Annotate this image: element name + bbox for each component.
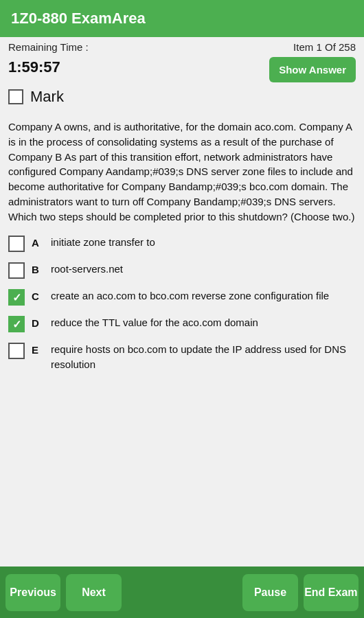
option-text-b: root-servers.net <box>51 262 356 277</box>
previous-button[interactable]: Previous <box>5 574 60 611</box>
question-area: Company A owns, and is authoritative, fo… <box>0 113 364 566</box>
option-letter-b: B <box>32 264 44 275</box>
end-exam-button[interactable]: End Exam <box>304 574 359 611</box>
options-container: Ainitiate zone transfer toBroot-servers.… <box>8 235 356 372</box>
option-letter-a: A <box>32 237 44 249</box>
timer-row: 1:59:57 Show Answer <box>0 54 364 87</box>
option-row: Dreduce the TTL value for the aco.com do… <box>8 315 356 332</box>
question-text: Company A owns, and is authoritative, fo… <box>8 119 356 224</box>
header: 1Z0-880 ExamArea <box>0 0 364 37</box>
option-checkbox-e[interactable] <box>8 343 25 359</box>
option-letter-e: E <box>32 344 44 356</box>
pause-button[interactable]: Pause <box>242 574 297 611</box>
info-bar: Remaining Time : Item 1 Of 258 <box>0 37 364 54</box>
option-checkbox-b[interactable] <box>8 262 25 279</box>
option-text-e: require hosts on bco.com to update the I… <box>51 342 356 372</box>
remaining-label: Remaining Time : <box>8 41 89 53</box>
option-row: Ccreate an aco.com to bco.com reverse zo… <box>8 288 356 306</box>
option-checkbox-c[interactable] <box>8 289 25 306</box>
option-text-a: initiate zone transfer to <box>51 235 356 250</box>
mark-checkbox[interactable] <box>8 89 23 104</box>
option-text-d: reduce the TTL value for the aco.com dom… <box>51 315 356 330</box>
option-letter-c: C <box>32 290 44 302</box>
item-counter: Item 1 Of 258 <box>293 41 356 53</box>
mark-row: Mark <box>0 87 364 113</box>
timer: 1:59:57 <box>8 57 60 76</box>
mark-label: Mark <box>30 88 64 106</box>
header-title: 1Z0-880 ExamArea <box>11 10 146 27</box>
option-checkbox-d[interactable] <box>8 316 25 332</box>
option-row: Broot-servers.net <box>8 262 356 279</box>
bottom-nav: Previous Next Pause End Exam <box>0 566 364 618</box>
option-checkbox-a[interactable] <box>8 236 25 252</box>
show-answer-button[interactable]: Show Answer <box>269 57 356 82</box>
option-text-c: create an aco.com to bco.com reverse zon… <box>51 288 356 304</box>
option-letter-d: D <box>32 317 44 329</box>
next-button[interactable]: Next <box>66 574 121 611</box>
option-row: Erequire hosts on bco.com to update the … <box>8 342 356 372</box>
option-row: Ainitiate zone transfer to <box>8 235 356 252</box>
